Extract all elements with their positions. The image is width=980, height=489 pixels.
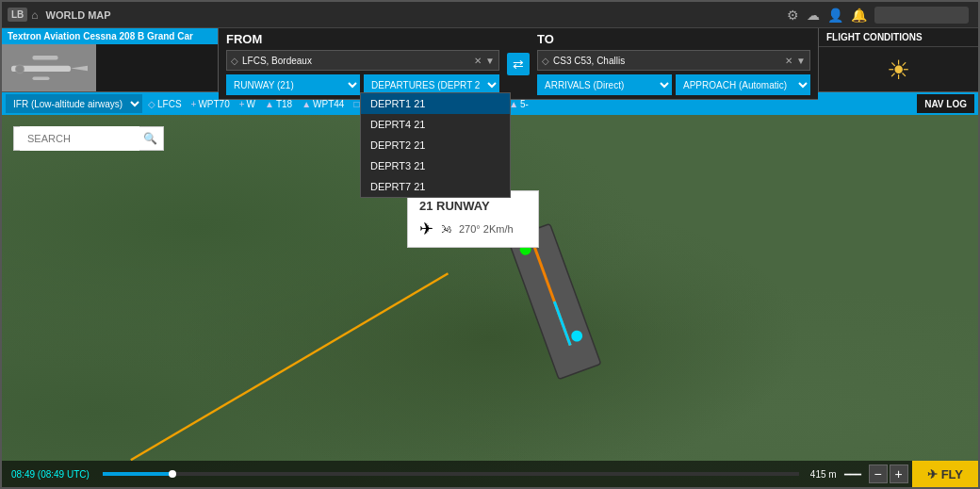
from-airport-row[interactable]: ◇ LFCS, Bordeaux ✕ ▼ bbox=[226, 50, 499, 71]
to-dropdown-button[interactable]: ▼ bbox=[796, 56, 806, 66]
sun-icon: ☀ bbox=[887, 55, 910, 86]
app-container: LB ⌂ WORLD MAP ⚙ ☁ 👤 🔔 Textron Aviation … bbox=[0, 0, 980, 489]
dep-option-5[interactable]: DEPRT7 21 bbox=[361, 176, 510, 197]
search-icon: 🔍 bbox=[143, 132, 157, 145]
from-airport-icon: ◇ bbox=[231, 56, 238, 66]
airway-lfcs[interactable]: ◇ LFCS bbox=[144, 94, 186, 113]
runway-wind-icon: 🌬 bbox=[441, 223, 451, 235]
airway-select[interactable]: IFR (Low-altitude airways) bbox=[6, 94, 142, 113]
flight-conditions-title: FLIGHT CONDITIONS bbox=[819, 28, 978, 47]
to-label: TO bbox=[537, 32, 810, 46]
user-icon[interactable]: 👤 bbox=[827, 8, 843, 23]
swap-button[interactable]: ⇄ bbox=[507, 53, 530, 75]
to-section: TO ◇ CS3 C53, Challis ✕ ▼ ARRIVALS (Dire… bbox=[537, 32, 810, 95]
timeline-progress bbox=[103, 472, 172, 476]
svg-marker-1 bbox=[71, 65, 88, 70]
svg-line-8 bbox=[554, 302, 570, 346]
runway-info: ✈ 🌬 270° 2Km/h bbox=[419, 219, 527, 239]
to-approach-select[interactable]: APPROACH (Automatic) bbox=[676, 74, 810, 95]
zoom-in-button[interactable]: + bbox=[890, 465, 908, 483]
svg-rect-3 bbox=[32, 76, 49, 80]
lb-badge: LB bbox=[8, 8, 27, 22]
fly-label: FLY bbox=[941, 467, 963, 481]
nav-log-button[interactable]: NAV LOG bbox=[917, 94, 974, 113]
aircraft-content bbox=[2, 44, 218, 91]
from-runway-select[interactable]: RUNWAY (21) bbox=[226, 74, 360, 95]
to-airport-name: CS3 C53, Challis bbox=[553, 56, 781, 66]
timeline-dot bbox=[169, 470, 176, 478]
to-airport-row[interactable]: ◇ CS3 C53, Challis ✕ ▼ bbox=[537, 50, 810, 71]
bell-icon[interactable]: 🔔 bbox=[851, 8, 867, 23]
to-arrivals-select[interactable]: ARRIVALS (Direct) bbox=[537, 74, 672, 95]
scale-bar-visual: ━━━ bbox=[844, 469, 865, 480]
flight-conditions-content: ☀ bbox=[819, 47, 978, 92]
cloud-icon[interactable]: ☁ bbox=[807, 8, 820, 23]
runway-heading: 270° 2Km/h bbox=[459, 223, 514, 235]
timeline-bar[interactable] bbox=[103, 472, 799, 476]
top-bar: LB ⌂ WORLD MAP ⚙ ☁ 👤 🔔 bbox=[2, 2, 978, 28]
aircraft-panel: Textron Aviation Cessna 208 B Grand Car bbox=[2, 28, 219, 92]
to-dropdown-row: ARRIVALS (Direct) APPROACH (Automatic) bbox=[537, 74, 810, 95]
flight-conditions-panel: FLIGHT CONDITIONS ☀ bbox=[818, 28, 978, 92]
settings-icon[interactable]: ⚙ bbox=[787, 8, 799, 23]
from-label: FROM bbox=[226, 32, 499, 46]
dep-option-3[interactable]: DEPRT2 21 bbox=[361, 135, 510, 155]
from-to-panel: FROM ◇ LFCS, Bordeaux ✕ ▼ RUNWAY (21) DE… bbox=[219, 28, 818, 100]
dep-option-4[interactable]: DEPRT3 21 bbox=[361, 155, 510, 176]
top-bar-right: ⚙ ☁ 👤 🔔 bbox=[787, 7, 978, 24]
to-airport-icon: ◇ bbox=[542, 56, 549, 66]
svg-rect-2 bbox=[32, 56, 57, 60]
home-icon[interactable]: ⌂ bbox=[31, 8, 38, 22]
runway-tooltip-title: 21 RUNWAY bbox=[419, 199, 527, 213]
fly-plane-icon: ✈ bbox=[927, 467, 938, 481]
from-airport-name: LFCS, Bordeaux bbox=[242, 56, 470, 66]
from-dropdown-button[interactable]: ▼ bbox=[485, 56, 495, 66]
departures-dropdown: DEPRT1 21 DEPRT4 21 DEPRT2 21 DEPRT3 21 … bbox=[360, 92, 511, 198]
fly-button[interactable]: ✈ FLY bbox=[912, 461, 978, 487]
scale-display: 415 m bbox=[803, 469, 844, 480]
bottom-bar: 08:49 (08:49 UTC) 415 m ━━━ − + ✈ FLY bbox=[2, 461, 978, 487]
runway-plane-icon: ✈ bbox=[419, 219, 433, 239]
svg-point-4 bbox=[15, 64, 24, 73]
svg-point-10 bbox=[570, 329, 584, 343]
aircraft-svg bbox=[5, 47, 94, 90]
search-panel: 🔍 bbox=[13, 126, 164, 151]
from-to-row: FROM ◇ LFCS, Bordeaux ✕ ▼ RUNWAY (21) DE… bbox=[226, 32, 810, 95]
top-bar-left: LB ⌂ WORLD MAP bbox=[2, 8, 117, 22]
to-clear-button[interactable]: ✕ bbox=[785, 56, 792, 66]
aircraft-title: Textron Aviation Cessna 208 B Grand Car bbox=[2, 28, 218, 44]
map-search-input[interactable] bbox=[20, 126, 139, 151]
top-search-input[interactable] bbox=[874, 7, 969, 24]
runway-tooltip: 21 RUNWAY ✈ 🌬 270° 2Km/h bbox=[407, 190, 539, 248]
from-clear-button[interactable]: ✕ bbox=[474, 56, 482, 66]
from-section: FROM ◇ LFCS, Bordeaux ✕ ▼ RUNWAY (21) DE… bbox=[226, 32, 499, 95]
dep-option-1[interactable]: DEPRT1 21 bbox=[361, 93, 510, 114]
dep-option-2[interactable]: DEPRT4 21 bbox=[361, 114, 510, 135]
aircraft-image bbox=[2, 44, 96, 91]
svg-line-5 bbox=[131, 273, 449, 460]
zoom-controls: − + bbox=[865, 465, 912, 483]
svg-line-7 bbox=[532, 240, 571, 346]
world-map-label: WORLD MAP bbox=[46, 9, 111, 21]
zoom-out-button[interactable]: − bbox=[869, 465, 888, 483]
time-display: 08:49 (08:49 UTC) bbox=[2, 469, 99, 480]
